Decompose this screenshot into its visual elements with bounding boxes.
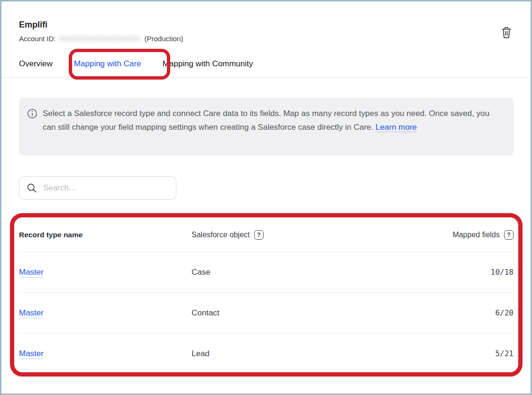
- question-mark-icon[interactable]: ?: [504, 230, 514, 240]
- integration-settings-panel: Emplifi Account ID: XXXXXXXXXXXXXXXXX (P…: [0, 0, 532, 395]
- table-row: Master Contact 6/20: [19, 292, 514, 333]
- table-row: Master Case 10/18: [19, 251, 514, 292]
- tab-bar: Overview Mapping with Care Mapping with …: [19, 57, 253, 71]
- tab-mapping-with-community[interactable]: Mapping with Community: [163, 57, 253, 71]
- column-header-record-type-name: Record type name: [19, 231, 192, 239]
- column-header-salesforce-object: Salesforce object ?: [192, 230, 409, 240]
- tab-mapping-with-care[interactable]: Mapping with Care: [74, 57, 141, 71]
- info-banner: Select a Salesforce record type and conn…: [19, 98, 514, 155]
- info-banner-text: Select a Salesforce record type and conn…: [43, 107, 499, 134]
- record-type-link[interactable]: Master: [19, 268, 44, 278]
- record-type-table: Record type name Salesforce object ? Map…: [19, 218, 514, 374]
- salesforce-object-cell: Case: [192, 268, 409, 277]
- search-input[interactable]: [42, 183, 169, 193]
- mapped-fields-cell: 10/18: [409, 268, 514, 277]
- salesforce-object-cell: Contact: [192, 308, 409, 318]
- table-header-row: Record type name Salesforce object ? Map…: [19, 218, 514, 251]
- column-header-label: Salesforce object: [192, 231, 250, 239]
- environment-label: (Production): [144, 35, 183, 43]
- tab-bar-divider: [1, 77, 531, 78]
- info-circle-icon: [27, 108, 37, 119]
- mapped-fields-cell: 5/21: [409, 349, 514, 358]
- page-title: Emplifi: [19, 20, 47, 30]
- learn-more-link[interactable]: Learn more: [376, 123, 417, 132]
- trash-icon: [501, 26, 512, 39]
- question-mark-icon[interactable]: ?: [254, 230, 264, 240]
- info-banner-message: Select a Salesforce record type and conn…: [43, 109, 489, 132]
- tab-overview[interactable]: Overview: [19, 57, 53, 71]
- table-row: Master Lead 5/21: [19, 333, 514, 374]
- search-field[interactable]: [19, 176, 176, 200]
- account-id-redacted: XXXXXXXXXXXXXXXXX: [59, 35, 141, 42]
- record-type-link[interactable]: Master: [19, 308, 44, 318]
- mapped-fields-cell: 6/20: [409, 308, 514, 317]
- column-header-label: Mapped fields: [452, 231, 500, 239]
- account-id-label: Account ID:: [19, 35, 56, 43]
- column-header-mapped-fields: Mapped fields ?: [409, 230, 514, 240]
- search-icon: [27, 183, 37, 193]
- account-id-line: Account ID: XXXXXXXXXXXXXXXXX (Productio…: [19, 35, 183, 43]
- delete-integration-button[interactable]: [499, 25, 514, 40]
- record-type-link[interactable]: Master: [19, 349, 44, 359]
- salesforce-object-cell: Lead: [192, 349, 409, 359]
